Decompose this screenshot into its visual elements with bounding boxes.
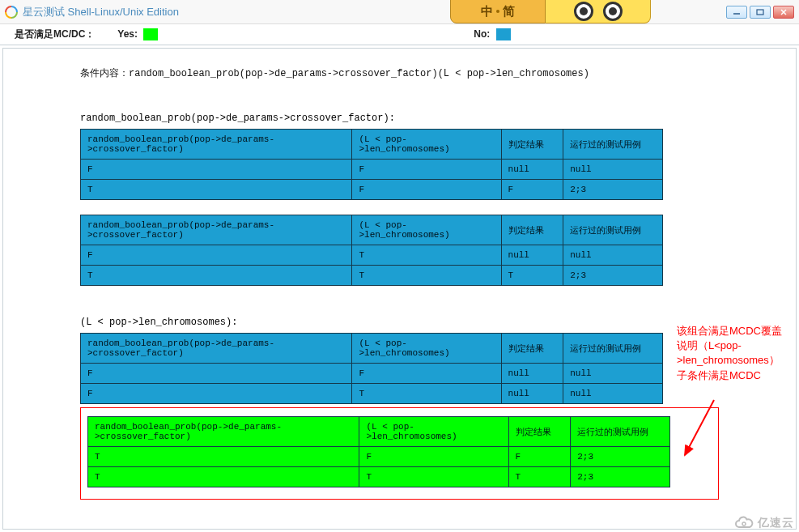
app-logo-icon	[5, 6, 18, 19]
watermark: 亿速云	[733, 516, 794, 530]
legend-bar: 是否满足MC/DC： Yes: No:	[0, 24, 799, 45]
header-cell: random_boolean_prob(pop->de_params->cros…	[81, 130, 352, 160]
header-cell: (L < pop->len_chromosomes)	[352, 334, 501, 364]
header-cell: (L < pop->len_chromosomes)	[352, 215, 501, 245]
legend-no: No:	[474, 28, 510, 40]
condition-text: 条件内容：random_boolean_prob(pop->de_params-…	[80, 66, 719, 80]
section2-table-b: random_boolean_prob(pop->de_params->cros…	[87, 416, 670, 487]
cell: T	[88, 447, 359, 467]
cell: null	[501, 384, 563, 404]
cell: F	[81, 384, 352, 404]
ime-face[interactable]	[546, 0, 651, 23]
cell: null	[563, 245, 663, 266]
section2-table-a: random_boolean_prob(pop->de_params->cros…	[80, 333, 663, 404]
cell: null	[563, 160, 663, 180]
legend-yes: Yes:	[117, 28, 158, 40]
maximize-button[interactable]	[750, 6, 771, 19]
cell: 2;3	[571, 467, 670, 487]
table-row: F T null null	[81, 384, 663, 404]
titlebar: 星云测试 Shell-Linux/Unix Edition	[0, 0, 799, 24]
table-row: F F null null	[81, 364, 663, 384]
cell: null	[563, 364, 663, 384]
cell: T	[352, 384, 501, 404]
ime-char-zh: 中	[481, 4, 493, 19]
watermark-text: 亿速云	[758, 516, 794, 530]
cell: T	[88, 467, 359, 487]
cell: null	[563, 384, 663, 404]
legend-question: 是否满足MC/DC：	[15, 28, 95, 41]
cell: null	[501, 245, 563, 266]
ime-mode[interactable]: 中 简	[450, 0, 546, 23]
legend-no-label: No:	[474, 28, 490, 40]
table-header-row: random_boolean_prob(pop->de_params->cros…	[88, 417, 670, 447]
condition-expr: random_boolean_prob(pop->de_params->cros…	[129, 68, 589, 79]
section1-table-b: random_boolean_prob(pop->de_params->cros…	[80, 215, 663, 286]
header-cell: random_boolean_prob(pop->de_params->cros…	[88, 417, 359, 447]
cell: F	[501, 180, 563, 200]
legend-yes-label: Yes:	[117, 28, 138, 40]
ime-dot-icon	[496, 10, 499, 13]
header-cell: random_boolean_prob(pop->de_params->cros…	[81, 215, 352, 245]
cell: T	[352, 245, 501, 266]
section2-title: (L < pop->len_chromosomes):	[80, 317, 719, 328]
window-title: 星云测试 Shell-Linux/Unix Edition	[23, 5, 179, 19]
header-cell: 判定结果	[508, 417, 571, 447]
cell: T	[352, 266, 501, 286]
cell: T	[81, 180, 352, 200]
section1-title: random_boolean_prob(pop->de_params->cros…	[80, 113, 719, 124]
cell: 2;3	[563, 180, 663, 200]
cell: F	[352, 364, 501, 384]
table-row: F T null null	[81, 245, 663, 266]
ime-toolbar[interactable]: 中 简	[450, 0, 651, 23]
cell: T	[81, 266, 352, 286]
window-controls	[726, 6, 794, 19]
table-header-row: random_boolean_prob(pop->de_params->cros…	[81, 215, 663, 245]
header-cell: (L < pop->len_chromosomes)	[359, 417, 508, 447]
cell: F	[81, 364, 352, 384]
mcdc-highlight-box: random_boolean_prob(pop->de_params->cros…	[80, 407, 719, 500]
annot-line: 子条件满足MCDC	[677, 369, 761, 381]
cell: F	[508, 447, 571, 467]
cell: 2;3	[571, 447, 670, 467]
header-cell: 运行过的测试用例	[571, 417, 670, 447]
close-button[interactable]	[773, 6, 794, 19]
minimize-button[interactable]	[726, 6, 747, 19]
cell: null	[501, 364, 563, 384]
table-header-row: random_boolean_prob(pop->de_params->cros…	[81, 130, 663, 160]
ime-char-simp: 简	[503, 4, 515, 19]
header-cell: 判定结果	[501, 215, 563, 245]
legend-yes-swatch	[143, 28, 158, 40]
header-cell: 判定结果	[501, 334, 563, 364]
annot-line: 该组合满足MCDC覆盖	[677, 325, 782, 337]
content-panel: 条件内容：random_boolean_prob(pop->de_params-…	[2, 48, 797, 530]
table-header-row: random_boolean_prob(pop->de_params->cros…	[81, 334, 663, 364]
cell: F	[81, 245, 352, 266]
cell: T	[501, 266, 563, 286]
header-cell: random_boolean_prob(pop->de_params->cros…	[81, 334, 352, 364]
header-cell: 运行过的测试用例	[563, 334, 663, 364]
table-row: T T T 2;3	[88, 467, 670, 487]
header-cell: (L < pop->len_chromosomes)	[352, 130, 501, 160]
table-row: T F F 2;3	[88, 447, 670, 467]
header-cell: 运行过的测试用例	[563, 130, 663, 160]
header-cell: 判定结果	[501, 130, 563, 160]
table-row: T T T 2;3	[81, 266, 663, 286]
cloud-icon	[733, 516, 754, 530]
annot-line: 说明（L<pop-	[677, 339, 742, 351]
legend-no-swatch	[496, 28, 511, 40]
table-row: T F F 2;3	[81, 180, 663, 200]
table-row: F F null null	[81, 160, 663, 180]
svg-point-5	[742, 522, 746, 526]
ime-eye-icon	[574, 2, 593, 21]
cell: F	[352, 160, 501, 180]
annot-line: >len_chromosomes）	[677, 354, 780, 366]
cell: 2;3	[563, 266, 663, 286]
section1-table-a: random_boolean_prob(pop->de_params->cros…	[80, 129, 663, 200]
svg-rect-1	[757, 10, 763, 15]
cell: F	[352, 180, 501, 200]
condition-label: 条件内容：	[80, 68, 129, 79]
header-cell: 运行过的测试用例	[563, 215, 663, 245]
cell: F	[359, 447, 508, 467]
cell: T	[359, 467, 508, 487]
cell: F	[81, 160, 352, 180]
